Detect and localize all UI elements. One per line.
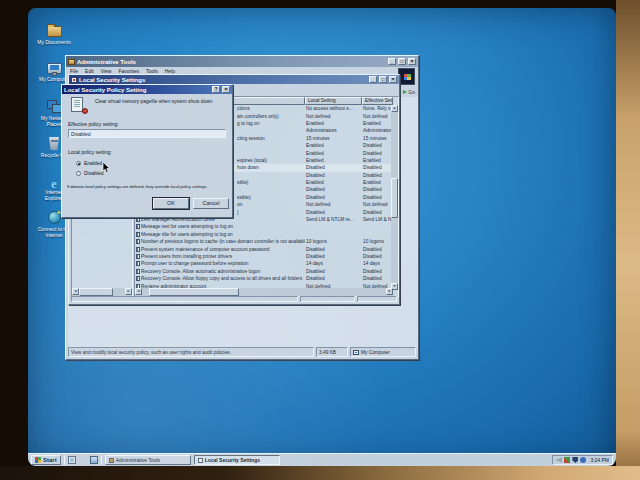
list-vertical-scrollbar[interactable]: ▲ ▼ bbox=[391, 105, 398, 290]
radio-disabled-label: Disabled bbox=[84, 170, 103, 176]
status-zone: My Computer bbox=[350, 347, 416, 357]
policy-row[interactable]: Recovery Console: Allow automatic admini… bbox=[135, 268, 393, 275]
scroll-thumb[interactable] bbox=[391, 178, 398, 218]
scroll-thumb[interactable] bbox=[79, 288, 113, 296]
effective-setting-cell: Disabled bbox=[362, 209, 393, 216]
effective-setting-cell: 15 minutes bbox=[362, 135, 393, 142]
local-setting-cell: Enabled bbox=[305, 179, 362, 186]
tray-icon[interactable] bbox=[556, 457, 562, 463]
task-button[interactable]: Local Security Settings bbox=[194, 455, 280, 465]
policy-row[interactable]: Prompt user to change password before ex… bbox=[135, 260, 393, 267]
quick-launch-icon[interactable] bbox=[79, 456, 87, 464]
desktop-icon-image bbox=[49, 137, 60, 150]
taskbar-divider bbox=[64, 455, 65, 465]
quick-launch-icon[interactable] bbox=[90, 456, 98, 464]
policy-doc-icon bbox=[136, 254, 140, 259]
local-setting-cell: Disabled bbox=[305, 194, 362, 201]
local-setting-cell: Administrators bbox=[305, 127, 362, 134]
local-setting-cell: Send LM & NTLM re... bbox=[305, 216, 362, 223]
scroll-thumb[interactable] bbox=[149, 288, 239, 296]
close-button[interactable] bbox=[389, 76, 397, 83]
column-header-local-setting[interactable]: Local Setting bbox=[305, 97, 362, 105]
radio-enabled[interactable]: Enabled bbox=[76, 160, 102, 166]
go-arrow-icon bbox=[403, 90, 407, 94]
policy-doc-icon bbox=[136, 247, 140, 252]
policy-row[interactable]: Recovery Console: Allow floppy copy and … bbox=[135, 275, 393, 282]
radio-unselected-icon[interactable] bbox=[76, 171, 81, 176]
scroll-right-icon[interactable]: ► bbox=[386, 288, 393, 295]
policy-doc-icon bbox=[136, 269, 140, 274]
effective-setting-cell: Disabled bbox=[362, 268, 393, 275]
local-setting-cell: Enabled bbox=[305, 142, 362, 149]
quick-launch-icon[interactable] bbox=[68, 456, 76, 464]
maximize-button[interactable] bbox=[398, 58, 406, 65]
task-button[interactable]: Administrative Tools bbox=[105, 455, 191, 465]
policy-name-cell: Prevent system maintenance of computer a… bbox=[135, 246, 305, 253]
policy-name-cell: Prevent users from installing printer dr… bbox=[135, 253, 305, 260]
tree-horizontal-scrollbar[interactable]: ◄ ► bbox=[72, 288, 132, 296]
scroll-up-icon[interactable]: ▲ bbox=[391, 105, 398, 112]
desktop-icon-image bbox=[47, 26, 62, 37]
start-button[interactable]: Start bbox=[31, 455, 61, 465]
scroll-left-icon[interactable]: ◄ bbox=[135, 288, 142, 295]
ok-button[interactable]: OK bbox=[153, 198, 189, 209]
list-horizontal-scrollbar[interactable]: ◄ ► bbox=[135, 288, 393, 296]
local-setting-cell: Disabled bbox=[305, 275, 362, 282]
tray-icon[interactable] bbox=[580, 457, 586, 463]
taskbar-divider bbox=[101, 455, 102, 465]
maximize-button[interactable] bbox=[379, 76, 387, 83]
close-button[interactable] bbox=[222, 86, 230, 93]
radio-disabled[interactable]: Disabled bbox=[76, 170, 103, 176]
go-button[interactable]: Go bbox=[402, 87, 416, 96]
effective-setting-cell: Disabled bbox=[362, 194, 393, 201]
effective-setting-cell: 10 logons bbox=[362, 238, 393, 245]
desktop-icon-label: My Documents bbox=[36, 39, 72, 45]
local-setting-cell: Enabled bbox=[305, 150, 362, 157]
close-button[interactable] bbox=[408, 58, 416, 65]
scroll-left-icon[interactable]: ◄ bbox=[72, 288, 79, 295]
local-setting-cell: Disabled bbox=[305, 164, 362, 171]
radio-selected-icon[interactable] bbox=[76, 161, 81, 166]
desktop-icon-image bbox=[47, 174, 62, 187]
effective-setting-cell: Disabled bbox=[362, 142, 393, 149]
effective-setting-cell: Not defined bbox=[362, 113, 393, 120]
dialog-titlebar[interactable]: Local Security Policy Setting bbox=[62, 85, 232, 94]
policy-row[interactable]: Prevent users from installing printer dr… bbox=[135, 253, 393, 260]
admin-statusbar: View and modify local security policy, s… bbox=[68, 347, 416, 357]
minimize-button[interactable] bbox=[369, 76, 377, 83]
effective-setting-cell: Disabled bbox=[362, 246, 393, 253]
tray-icon[interactable] bbox=[564, 457, 570, 463]
effective-setting-cell: 14 days bbox=[362, 260, 393, 267]
local-setting-cell: Disabled bbox=[305, 268, 362, 275]
policy-row[interactable]: Message title for users attempting to lo… bbox=[135, 231, 393, 238]
local-policy-label: Local policy setting: bbox=[68, 149, 112, 155]
policy-row[interactable]: Message text for users attempting to log… bbox=[135, 223, 393, 230]
windows-logo-throbber-icon bbox=[398, 68, 415, 85]
tray-icon[interactable] bbox=[572, 457, 578, 463]
taskbar: Start Administrative Tools Local Securit… bbox=[28, 453, 616, 466]
policy-doc-icon bbox=[136, 232, 140, 237]
local-setting-cell: No access without e... bbox=[305, 105, 362, 112]
policy-row[interactable]: Number of previous logons to cache (in c… bbox=[135, 238, 393, 245]
system-tray: 3:24 PM bbox=[552, 455, 613, 465]
help-button[interactable] bbox=[212, 86, 220, 93]
local-setting-cell: Disabled bbox=[305, 246, 362, 253]
radio-enabled-label: Enabled bbox=[84, 160, 102, 166]
policy-name-text: Clear virtual memory pagefile when syste… bbox=[95, 99, 228, 105]
mouse-cursor bbox=[102, 160, 111, 178]
policy-row[interactable]: Prevent system maintenance of computer a… bbox=[135, 245, 393, 252]
monitor-bezel-bottom bbox=[0, 466, 640, 480]
lss-titlebar[interactable]: Local Security Settings bbox=[69, 75, 399, 84]
minimize-button[interactable] bbox=[388, 58, 396, 65]
taskbar-clock[interactable]: 3:24 PM bbox=[588, 457, 609, 463]
column-header-effective-setting[interactable]: Effective Sett... bbox=[362, 97, 393, 105]
local-setting-cell: 15 minutes bbox=[305, 135, 362, 142]
policy-doc-icon bbox=[136, 261, 140, 266]
crt-screen: My Documents My Computer My Network Plac… bbox=[28, 8, 616, 466]
admin-titlebar[interactable]: Administrative Tools bbox=[66, 56, 418, 67]
effective-setting-cell: Enabled bbox=[362, 157, 393, 164]
scroll-right-icon[interactable]: ► bbox=[125, 288, 132, 295]
cancel-button[interactable]: Cancel bbox=[193, 198, 229, 209]
local-setting-cell: Not defined bbox=[305, 113, 362, 120]
policy-name-cell: Number of previous logons to cache (in c… bbox=[135, 238, 305, 245]
